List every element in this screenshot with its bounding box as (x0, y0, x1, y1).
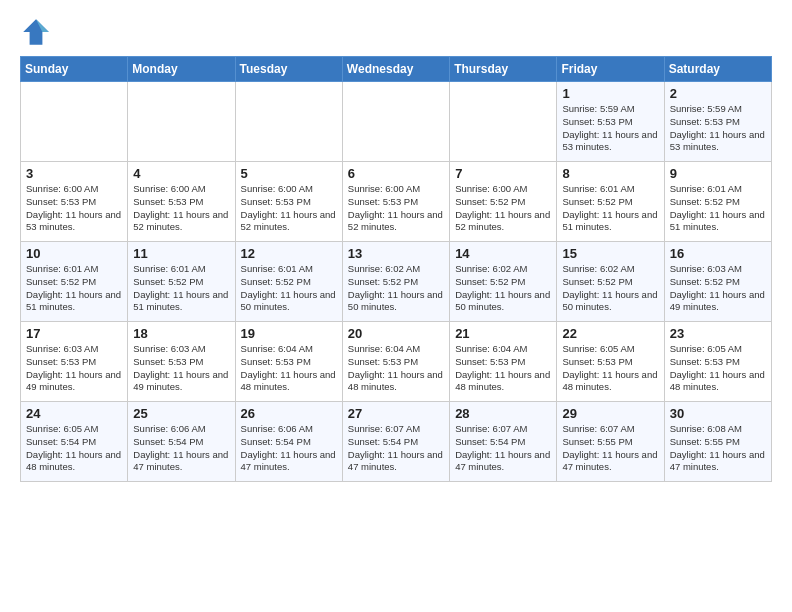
day-number: 5 (241, 166, 337, 181)
calendar-table: SundayMondayTuesdayWednesdayThursdayFrid… (20, 56, 772, 482)
calendar-cell: 1Sunrise: 5:59 AMSunset: 5:53 PMDaylight… (557, 82, 664, 162)
day-number: 13 (348, 246, 444, 261)
calendar-cell (21, 82, 128, 162)
day-number: 7 (455, 166, 551, 181)
day-number: 30 (670, 406, 766, 421)
day-info: Sunrise: 6:07 AMSunset: 5:55 PMDaylight:… (562, 423, 658, 474)
calendar-cell: 4Sunrise: 6:00 AMSunset: 5:53 PMDaylight… (128, 162, 235, 242)
calendar-cell: 13Sunrise: 6:02 AMSunset: 5:52 PMDayligh… (342, 242, 449, 322)
day-info: Sunrise: 6:01 AMSunset: 5:52 PMDaylight:… (26, 263, 122, 314)
day-number: 29 (562, 406, 658, 421)
day-info: Sunrise: 6:00 AMSunset: 5:53 PMDaylight:… (348, 183, 444, 234)
day-number: 12 (241, 246, 337, 261)
day-info: Sunrise: 5:59 AMSunset: 5:53 PMDaylight:… (562, 103, 658, 154)
day-info: Sunrise: 6:07 AMSunset: 5:54 PMDaylight:… (455, 423, 551, 474)
calendar-week-row: 24Sunrise: 6:05 AMSunset: 5:54 PMDayligh… (21, 402, 772, 482)
calendar-cell: 7Sunrise: 6:00 AMSunset: 5:52 PMDaylight… (450, 162, 557, 242)
day-number: 15 (562, 246, 658, 261)
calendar-week-row: 10Sunrise: 6:01 AMSunset: 5:52 PMDayligh… (21, 242, 772, 322)
day-info: Sunrise: 6:00 AMSunset: 5:53 PMDaylight:… (241, 183, 337, 234)
calendar-cell: 30Sunrise: 6:08 AMSunset: 5:55 PMDayligh… (664, 402, 771, 482)
calendar-cell: 25Sunrise: 6:06 AMSunset: 5:54 PMDayligh… (128, 402, 235, 482)
calendar-week-row: 17Sunrise: 6:03 AMSunset: 5:53 PMDayligh… (21, 322, 772, 402)
day-info: Sunrise: 6:02 AMSunset: 5:52 PMDaylight:… (455, 263, 551, 314)
day-number: 23 (670, 326, 766, 341)
day-info: Sunrise: 6:06 AMSunset: 5:54 PMDaylight:… (133, 423, 229, 474)
calendar-cell: 6Sunrise: 6:00 AMSunset: 5:53 PMDaylight… (342, 162, 449, 242)
day-info: Sunrise: 6:05 AMSunset: 5:53 PMDaylight:… (670, 343, 766, 394)
day-number: 19 (241, 326, 337, 341)
header (20, 16, 772, 48)
calendar-cell: 24Sunrise: 6:05 AMSunset: 5:54 PMDayligh… (21, 402, 128, 482)
calendar-cell: 26Sunrise: 6:06 AMSunset: 5:54 PMDayligh… (235, 402, 342, 482)
day-info: Sunrise: 6:06 AMSunset: 5:54 PMDaylight:… (241, 423, 337, 474)
day-info: Sunrise: 6:05 AMSunset: 5:53 PMDaylight:… (562, 343, 658, 394)
calendar-cell (342, 82, 449, 162)
calendar-cell: 21Sunrise: 6:04 AMSunset: 5:53 PMDayligh… (450, 322, 557, 402)
day-info: Sunrise: 6:00 AMSunset: 5:53 PMDaylight:… (133, 183, 229, 234)
day-info: Sunrise: 6:01 AMSunset: 5:52 PMDaylight:… (562, 183, 658, 234)
calendar-cell: 2Sunrise: 5:59 AMSunset: 5:53 PMDaylight… (664, 82, 771, 162)
weekday-header-row: SundayMondayTuesdayWednesdayThursdayFrid… (21, 57, 772, 82)
day-info: Sunrise: 6:08 AMSunset: 5:55 PMDaylight:… (670, 423, 766, 474)
day-info: Sunrise: 6:00 AMSunset: 5:53 PMDaylight:… (26, 183, 122, 234)
day-info: Sunrise: 6:02 AMSunset: 5:52 PMDaylight:… (348, 263, 444, 314)
day-info: Sunrise: 6:01 AMSunset: 5:52 PMDaylight:… (241, 263, 337, 314)
calendar-cell: 23Sunrise: 6:05 AMSunset: 5:53 PMDayligh… (664, 322, 771, 402)
calendar-cell: 28Sunrise: 6:07 AMSunset: 5:54 PMDayligh… (450, 402, 557, 482)
calendar-week-row: 1Sunrise: 5:59 AMSunset: 5:53 PMDaylight… (21, 82, 772, 162)
weekday-header-monday: Monday (128, 57, 235, 82)
weekday-header-thursday: Thursday (450, 57, 557, 82)
day-number: 2 (670, 86, 766, 101)
calendar-week-row: 3Sunrise: 6:00 AMSunset: 5:53 PMDaylight… (21, 162, 772, 242)
day-info: Sunrise: 6:03 AMSunset: 5:53 PMDaylight:… (26, 343, 122, 394)
day-info: Sunrise: 6:04 AMSunset: 5:53 PMDaylight:… (348, 343, 444, 394)
day-number: 16 (670, 246, 766, 261)
day-number: 9 (670, 166, 766, 181)
day-number: 4 (133, 166, 229, 181)
calendar-cell: 5Sunrise: 6:00 AMSunset: 5:53 PMDaylight… (235, 162, 342, 242)
day-number: 8 (562, 166, 658, 181)
day-number: 26 (241, 406, 337, 421)
calendar-cell: 14Sunrise: 6:02 AMSunset: 5:52 PMDayligh… (450, 242, 557, 322)
calendar-cell: 17Sunrise: 6:03 AMSunset: 5:53 PMDayligh… (21, 322, 128, 402)
day-number: 10 (26, 246, 122, 261)
day-info: Sunrise: 6:02 AMSunset: 5:52 PMDaylight:… (562, 263, 658, 314)
day-number: 27 (348, 406, 444, 421)
calendar-cell: 10Sunrise: 6:01 AMSunset: 5:52 PMDayligh… (21, 242, 128, 322)
day-number: 17 (26, 326, 122, 341)
calendar-cell: 27Sunrise: 6:07 AMSunset: 5:54 PMDayligh… (342, 402, 449, 482)
day-number: 24 (26, 406, 122, 421)
weekday-header-friday: Friday (557, 57, 664, 82)
calendar-cell (128, 82, 235, 162)
day-info: Sunrise: 6:05 AMSunset: 5:54 PMDaylight:… (26, 423, 122, 474)
calendar-cell (450, 82, 557, 162)
calendar-cell: 18Sunrise: 6:03 AMSunset: 5:53 PMDayligh… (128, 322, 235, 402)
day-info: Sunrise: 6:01 AMSunset: 5:52 PMDaylight:… (133, 263, 229, 314)
weekday-header-saturday: Saturday (664, 57, 771, 82)
calendar-cell: 11Sunrise: 6:01 AMSunset: 5:52 PMDayligh… (128, 242, 235, 322)
day-info: Sunrise: 6:03 AMSunset: 5:52 PMDaylight:… (670, 263, 766, 314)
calendar-cell (235, 82, 342, 162)
day-number: 28 (455, 406, 551, 421)
day-number: 20 (348, 326, 444, 341)
day-number: 3 (26, 166, 122, 181)
calendar-cell: 22Sunrise: 6:05 AMSunset: 5:53 PMDayligh… (557, 322, 664, 402)
day-number: 14 (455, 246, 551, 261)
calendar-cell: 15Sunrise: 6:02 AMSunset: 5:52 PMDayligh… (557, 242, 664, 322)
calendar-cell: 16Sunrise: 6:03 AMSunset: 5:52 PMDayligh… (664, 242, 771, 322)
calendar-cell: 9Sunrise: 6:01 AMSunset: 5:52 PMDaylight… (664, 162, 771, 242)
day-number: 11 (133, 246, 229, 261)
calendar-cell: 19Sunrise: 6:04 AMSunset: 5:53 PMDayligh… (235, 322, 342, 402)
day-number: 1 (562, 86, 658, 101)
weekday-header-tuesday: Tuesday (235, 57, 342, 82)
day-info: Sunrise: 6:07 AMSunset: 5:54 PMDaylight:… (348, 423, 444, 474)
calendar-cell: 12Sunrise: 6:01 AMSunset: 5:52 PMDayligh… (235, 242, 342, 322)
day-info: Sunrise: 6:03 AMSunset: 5:53 PMDaylight:… (133, 343, 229, 394)
weekday-header-wednesday: Wednesday (342, 57, 449, 82)
day-info: Sunrise: 5:59 AMSunset: 5:53 PMDaylight:… (670, 103, 766, 154)
day-number: 21 (455, 326, 551, 341)
calendar-cell: 20Sunrise: 6:04 AMSunset: 5:53 PMDayligh… (342, 322, 449, 402)
day-number: 18 (133, 326, 229, 341)
day-number: 22 (562, 326, 658, 341)
